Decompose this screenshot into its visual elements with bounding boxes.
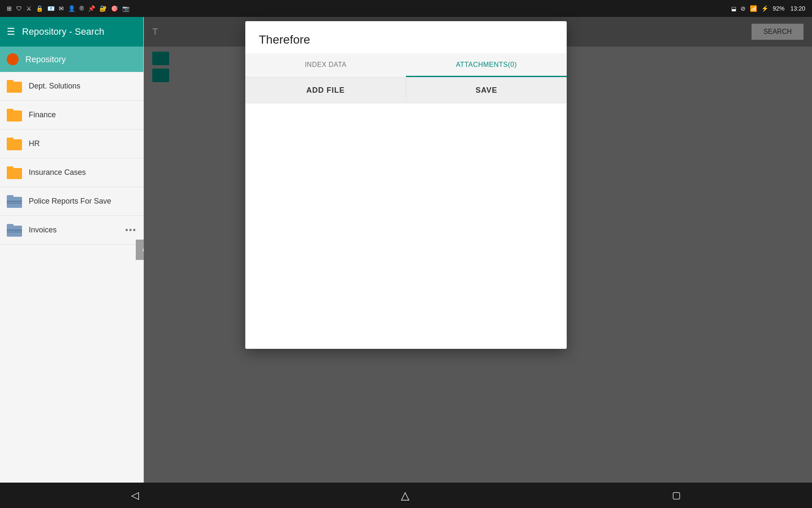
- sidebar-item-dept-solutions[interactable]: Dept. Solutions: [0, 72, 143, 101]
- system-icon-8: ®: [80, 5, 84, 12]
- dialog: Therefore INDEX DATA ATTACHMENTS(0) ADD …: [245, 21, 567, 349]
- status-bar: ⊞ 🛡 ⚔ 🔒 📧 ✉ 👤 ® 📌 🔐 🎯 📷 ⬓ ⊘ 📶 ⚡ 92% 13:2…: [0, 0, 812, 17]
- hamburger-icon[interactable]: ☰: [7, 26, 15, 37]
- folder-icon: [7, 138, 22, 150]
- system-icon-10: 🔐: [99, 5, 107, 12]
- recents-icon: ▢: [672, 490, 681, 501]
- folder-label-hr: HR: [29, 139, 137, 148]
- sidebar: ☰ Repository - Search Repository Dept. S…: [0, 17, 144, 483]
- system-icon-2: 🛡: [16, 5, 22, 12]
- stack-folder-icon-invoices: [7, 224, 22, 237]
- system-icon-12: 📷: [122, 5, 129, 12]
- tab-index-data[interactable]: INDEX DATA: [245, 53, 406, 77]
- system-icon-9: 📌: [88, 5, 95, 12]
- system-icon-3: ⚔: [26, 5, 32, 12]
- stack-folder-icon: [7, 195, 22, 208]
- tab-attachments[interactable]: ATTACHMENTS(0): [406, 53, 567, 77]
- folder-label-finance: Finance: [29, 110, 137, 119]
- add-file-button[interactable]: ADD FILE: [245, 77, 406, 103]
- nav-recents-button[interactable]: ▢: [672, 490, 681, 501]
- nav-home-button[interactable]: △: [401, 489, 409, 502]
- dialog-action-buttons: ADD FILE SAVE: [245, 77, 567, 103]
- repository-label: Repository: [25, 55, 66, 64]
- system-icon-11: 🎯: [111, 5, 118, 12]
- bottom-nav: ◁ △ ▢: [0, 483, 812, 508]
- folder-icon: [7, 80, 22, 93]
- folder-label-invoices: Invoices: [29, 226, 118, 235]
- sidebar-header: ☰ Repository - Search: [0, 17, 143, 47]
- sidebar-item-repository[interactable]: Repository: [0, 47, 143, 72]
- sidebar-item-invoices[interactable]: Invoices •••: [0, 216, 143, 245]
- sidebar-item-insurance-cases[interactable]: Insurance Cases: [0, 158, 143, 187]
- wifi-icon: 📶: [750, 5, 757, 12]
- save-button[interactable]: SAVE: [406, 77, 567, 103]
- sidebar-item-hr[interactable]: HR: [0, 130, 143, 158]
- dialog-title: Therefore: [259, 33, 310, 46]
- time-display: 13:20: [790, 5, 805, 12]
- block-icon: ⊘: [741, 5, 746, 12]
- folder-label-dept-solutions: Dept. Solutions: [29, 82, 137, 91]
- status-bar-left: ⊞ 🛡 ⚔ 🔒 📧 ✉ 👤 ® 📌 🔐 🎯 📷: [7, 5, 129, 12]
- nav-back-button[interactable]: ◁: [131, 489, 139, 501]
- folder-icon: [7, 109, 22, 121]
- system-icon-6: ✉: [59, 5, 64, 12]
- system-icon-5: 📧: [47, 5, 55, 12]
- folder-label-insurance-cases: Insurance Cases: [29, 168, 137, 177]
- folder-icon: [7, 166, 22, 179]
- battery-icon: ⚡: [761, 5, 768, 12]
- bluetooth-icon: ⬓: [731, 6, 736, 12]
- main-area: ☰ Repository - Search Repository Dept. S…: [0, 17, 812, 483]
- system-icon-1: ⊞: [7, 5, 12, 12]
- folder-label-police-reports: Police Reports For Save: [29, 197, 137, 206]
- home-icon: △: [401, 489, 409, 502]
- sidebar-title: Repository - Search: [22, 26, 104, 37]
- system-icon-4: 🔒: [36, 5, 43, 12]
- more-options-icon[interactable]: •••: [125, 225, 137, 235]
- back-icon: ◁: [131, 489, 139, 501]
- sidebar-item-police-reports[interactable]: Police Reports For Save: [0, 187, 143, 216]
- battery-percent: 92%: [773, 5, 785, 12]
- repository-dot-icon: [7, 53, 19, 65]
- content-area: T SEARCH Therefore INDEX DATA ATTACHMENT…: [144, 17, 812, 483]
- status-bar-right: ⬓ ⊘ 📶 ⚡ 92% 13:20: [731, 5, 805, 12]
- dialog-title-bar: Therefore: [245, 21, 567, 53]
- system-icon-7: 👤: [68, 5, 75, 12]
- dialog-tabs: INDEX DATA ATTACHMENTS(0): [245, 53, 567, 77]
- sidebar-item-finance[interactable]: Finance: [0, 101, 143, 130]
- dialog-body: [245, 103, 567, 349]
